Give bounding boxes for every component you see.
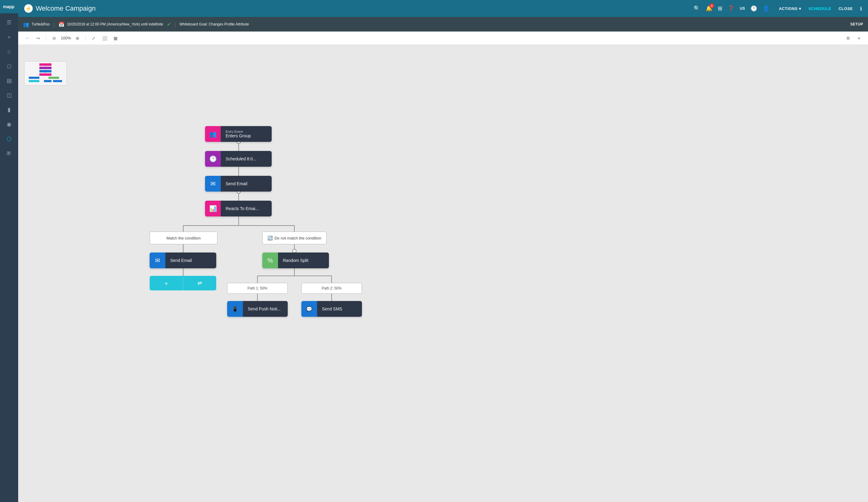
topbar: ⚡ Welcome Campaign 🔍 🔔 3 ⊞ ❓ US 🕐 👤 ACTI… [18,0,868,17]
add-node-bar[interactable]: ＋ ⇌ [149,276,216,290]
minimap [24,61,66,86]
scheduled-icon: 🕐 [205,151,221,167]
list-view-button[interactable]: ≡ [855,34,863,42]
reacts-icon: 📊 [205,201,221,217]
page-title: Welcome Campaign [36,4,96,12]
search-icon[interactable]: 🔍 [694,5,700,12]
setup-button[interactable]: SETUP [850,22,863,26]
sidebar-item-lists[interactable]: ▤ [3,74,15,87]
send-email-2-label: Send Email [165,252,216,268]
send-email-2-icon: ✉ [149,252,165,268]
sidebar-item-audiences[interactable]: ◉ [3,118,15,130]
divider-2: | [174,21,176,28]
reacts-node[interactable]: 📊 Reacts To Emai... [205,201,272,217]
entry-event-icon: 👥 [205,126,221,142]
topbar-nav-icons: 🔍 🔔 3 ⊞ ❓ US 🕐 👤 [694,5,769,12]
topbar-actions: ACTIONS ▾ SCHEDULE CLOSE ℹ [779,6,862,11]
entry-event-node[interactable]: 👥 Entry Event Enters Group [205,126,272,142]
svg-rect-2 [39,70,51,72]
toolbar-right: ⚙ ≡ [844,34,863,42]
sidebar-item-analytics[interactable]: ▮ [3,104,15,116]
sidebar-item-menu[interactable]: ☰ [3,16,15,29]
close-button[interactable]: CLOSE [839,6,853,11]
no-match-condition-box[interactable]: 🔄 Do not match the condition [262,232,327,244]
add-step-button[interactable]: ＋ [149,276,183,290]
send-email-2-node[interactable]: ✉ Send Email [149,252,216,268]
send-push-label: Send Push Noti... [243,301,288,317]
calendar-icon: 📅 [59,21,64,27]
check-icon: ✔ [167,21,171,27]
account-icon[interactable]: 👤 [763,5,769,12]
match-condition-box[interactable]: Match the condition [149,232,217,244]
sidebar-item-add[interactable]: ＋ [3,31,15,43]
sidebar-item-home[interactable]: ⌂ [3,46,15,58]
no-match-icon: 🔄 [267,235,272,240]
grid-icon[interactable]: ⊞ [718,5,722,12]
svg-rect-8 [53,80,62,82]
sidebar-item-shield[interactable]: ⛨ [3,147,15,159]
subbar-schedule: 📅 10/20/2018 at 12:00 PM (America/New_Yo… [59,21,163,27]
settings-button[interactable]: ⚙ [844,34,852,42]
toolbar-divider-1 [46,35,46,41]
canvas-area: ↩ ↪ ⊖ 100% ⊕ ⤢ ⬜ ▦ ⚙ ≡ [18,31,868,502]
redo-button[interactable]: ↪ [34,34,42,42]
split-button[interactable]: ⇌ [183,276,217,290]
subbar-goal: Whiteboard Goal: Changes Profile Attribu… [179,22,249,26]
send-email-1-icon: ✉ [205,176,221,192]
layout-button[interactable]: ▦ [111,34,120,42]
random-split-icon: % [262,252,278,268]
path-2-label: Path 2: 50% [301,283,362,294]
help-icon[interactable]: ❓ [728,5,734,12]
zoom-out-button[interactable]: ⊖ [50,34,59,42]
org-name: Turtle&Roo [31,22,50,26]
canvas-toolbar: ↩ ↪ ⊖ 100% ⊕ ⤢ ⬜ ▦ ⚙ ≡ [18,31,868,45]
divider-1: | [53,21,55,28]
svg-rect-3 [39,73,51,76]
sidebar-logo: mapp [0,0,18,13]
clock-icon[interactable]: 🕐 [751,5,757,12]
flow-inner: 👥 Entry Event Enters Group 🕐 Scheduled 8… [18,45,624,469]
flow-canvas[interactable]: 👥 Entry Event Enters Group 🕐 Scheduled 8… [18,45,868,502]
send-push-icon: 📱 [227,301,243,317]
scheduled-label: Scheduled 8:0... [221,151,272,167]
sidebar-item-notifications[interactable]: ◫ [3,89,15,101]
send-email-1-node[interactable]: ✉ Send Email [205,176,272,192]
toolbar-divider-2 [85,35,86,41]
campaign-icon: ⚡ [24,4,33,13]
goal-text: Whiteboard Goal: Changes Profile Attribu… [179,22,249,26]
scheduled-node[interactable]: 🕐 Scheduled 8:0... [205,151,272,167]
sidebar-item-messages[interactable]: ◻ [3,60,15,72]
svg-rect-5 [49,77,59,79]
app-logo: mapp [3,4,14,9]
random-split-node[interactable]: % Random Split [262,252,329,268]
user-region[interactable]: US [740,6,745,11]
zoom-in-button[interactable]: ⊕ [73,34,82,42]
zoom-level: 100% [61,36,71,40]
path-1-label: Path 1: 50% [227,283,288,294]
sidebar-item-automation[interactable]: ⬡ [3,133,15,145]
frame-button[interactable]: ⬜ [100,34,109,42]
svg-rect-0 [39,63,51,66]
subbar: 👥 Turtle&Roo | 📅 10/20/2018 at 12:00 PM … [18,17,868,31]
svg-rect-4 [29,77,39,79]
send-sms-node[interactable]: 💬 Send SMS [301,301,362,317]
actions-button[interactable]: ACTIONS ▾ [779,6,802,11]
send-email-1-label: Send Email [221,176,272,192]
minimap-content [24,61,66,85]
fit-button[interactable]: ⤢ [89,34,98,42]
notifications-icon[interactable]: 🔔 3 [706,5,712,12]
svg-rect-7 [44,80,51,82]
send-sms-label: Send SMS [317,301,362,317]
page-title-area: ⚡ Welcome Campaign [24,4,694,13]
schedule-button[interactable]: SCHEDULE [808,6,831,11]
sidebar: mapp ☰ ＋ ⌂ ◻ ▤ ◫ ▮ ◉ ⬡ ⛨ [0,0,18,502]
undo-button[interactable]: ↩ [23,34,31,42]
reacts-label: Reacts To Emai... [221,201,272,217]
entry-event-label: Entry Event Enters Group [221,126,272,142]
random-split-label: Random Split [278,252,329,268]
info-icon[interactable]: ℹ [860,6,862,11]
schedule-text: 10/20/2018 at 12:00 PM (America/New_York… [67,22,163,26]
send-push-node[interactable]: 📱 Send Push Noti... [227,301,288,317]
svg-rect-6 [29,80,39,82]
notification-badge: 3 [709,3,714,8]
